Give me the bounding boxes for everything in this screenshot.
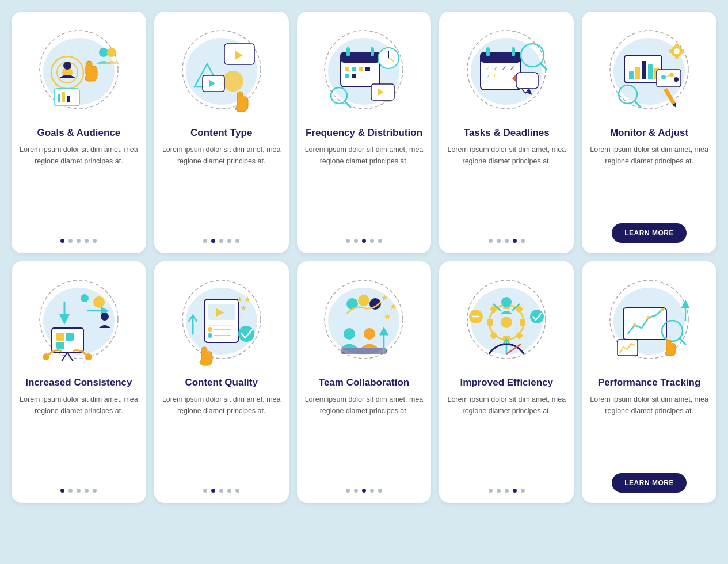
svg-rect-8 (58, 94, 60, 102)
dot-5 (521, 489, 525, 493)
dot-2 (497, 489, 501, 493)
svg-rect-66 (675, 54, 679, 59)
svg-line-89 (62, 352, 67, 361)
dot-4 (227, 239, 231, 243)
illustration-monitor-adjust (600, 21, 698, 119)
svg-rect-10 (67, 96, 70, 102)
dot-3 (505, 489, 509, 493)
card-frequency-distribution: Frequency & Distribution Lorem ipsum dol… (297, 12, 432, 253)
svg-point-146 (633, 323, 636, 327)
svg-text:★: ★ (384, 312, 391, 321)
card-title: Improved Efficiency (460, 376, 554, 388)
card-title: Goals & Audience (37, 127, 120, 139)
svg-text:✓: ✓ (486, 73, 490, 79)
dot-4 (513, 239, 517, 243)
card-body: Lorem ipsum dolor sit dim amet, mea regi… (590, 144, 708, 215)
svg-rect-123 (341, 348, 387, 354)
illustration-frequency-distribution (315, 21, 413, 119)
svg-rect-72 (642, 61, 646, 79)
dot-3 (77, 489, 81, 493)
dot-2 (354, 489, 358, 493)
dot-3 (362, 239, 366, 243)
svg-text:✓: ✓ (486, 65, 490, 71)
dot-4 (513, 489, 517, 493)
dot-5 (521, 239, 525, 243)
svg-rect-70 (629, 71, 634, 79)
pagination-dots (489, 239, 525, 243)
illustration-team-collaboration: ★ ★ ★ (315, 270, 413, 368)
dot-1 (346, 239, 350, 243)
card-title: Frequency & Distribution (306, 127, 422, 139)
svg-point-98 (101, 313, 109, 321)
card-title: Increased Consistency (25, 376, 132, 388)
pagination-dots (346, 239, 382, 243)
card-title: Content Quality (185, 376, 258, 388)
card-content-type: Content Type Lorem ipsum dolor sit dim a… (154, 12, 289, 253)
svg-rect-67 (669, 49, 674, 53)
illustration-goals-audience (30, 21, 128, 119)
card-body: Lorem ipsum dolor sit dim amet, mea regi… (162, 394, 281, 481)
card-body: Lorem ipsum dolor sit dim amet, mea regi… (20, 144, 138, 231)
learn-more-button[interactable]: LEARN MORE (612, 223, 687, 243)
dot-4 (85, 239, 89, 243)
card-tasks-deadlines: ✓ ✓ ✗ ✗ ✓ ! ! Tasks & (439, 12, 574, 253)
svg-point-77 (669, 73, 674, 77)
card-title: Content Type (190, 127, 252, 139)
dot-1 (60, 239, 64, 243)
dot-1 (203, 489, 207, 493)
svg-point-136 (501, 297, 512, 307)
pagination-dots (346, 489, 382, 493)
svg-point-78 (674, 77, 679, 82)
dot-1 (60, 489, 64, 493)
svg-rect-130 (487, 319, 493, 326)
card-body: Lorem ipsum dolor sit dim amet, mea regi… (447, 394, 566, 481)
card-body: Lorem ipsum dolor sit dim amet, mea regi… (305, 394, 424, 481)
learn-more-button-2[interactable]: LEARN MORE (612, 473, 687, 493)
card-body: Lorem ipsum dolor sit dim amet, mea regi… (162, 144, 281, 231)
svg-rect-151 (618, 340, 638, 356)
card-goals-audience: Goals & Audience Lorem ipsum dolor sit d… (12, 12, 146, 253)
svg-rect-31 (345, 74, 349, 78)
svg-point-96 (93, 296, 105, 308)
svg-rect-71 (635, 67, 640, 79)
card-monitor-adjust: Monitor & Adjust Lorem ipsum dolor sit d… (582, 12, 716, 253)
svg-rect-73 (648, 64, 653, 79)
card-content-quality: ★ ★ ★ Content Quality Lorem ipsum dolor … (154, 261, 289, 503)
svg-rect-9 (62, 92, 65, 102)
illustration-performance-tracking (600, 270, 698, 368)
dot-4 (370, 239, 374, 243)
dot-5 (378, 489, 382, 493)
illustration-tasks-deadlines: ✓ ✓ ✗ ✗ ✓ ! ! (458, 21, 555, 119)
dot-4 (85, 489, 89, 493)
svg-point-140 (530, 310, 544, 323)
svg-point-105 (208, 327, 212, 332)
dot-3 (362, 489, 366, 493)
svg-rect-58 (516, 73, 538, 89)
dot-2 (211, 489, 215, 493)
svg-text:★: ★ (381, 293, 388, 302)
dot-5 (235, 239, 239, 243)
svg-rect-91 (56, 333, 64, 341)
dot-2 (68, 489, 73, 493)
svg-rect-46 (512, 47, 515, 56)
svg-point-122 (364, 328, 375, 340)
dot-1 (489, 239, 493, 243)
card-body: Lorem ipsum dolor sit dim amet, mea regi… (305, 144, 424, 231)
svg-rect-92 (66, 333, 74, 341)
svg-point-107 (208, 333, 212, 338)
svg-text:!: ! (520, 78, 522, 84)
svg-point-11 (99, 48, 108, 57)
dot-3 (77, 239, 81, 243)
pagination-dots (60, 489, 97, 493)
svg-point-116 (358, 295, 369, 306)
dot-2 (497, 239, 501, 243)
svg-rect-93 (56, 342, 64, 349)
card-title: Tasks & Deadlines (464, 127, 550, 139)
illustration-content-quality: ★ ★ ★ (173, 270, 270, 368)
svg-rect-45 (486, 47, 490, 56)
svg-point-12 (107, 48, 116, 57)
card-performance-tracking: Performance Tracking Lorem ipsum dolor s… (582, 261, 716, 503)
svg-rect-25 (346, 47, 350, 56)
dot-1 (489, 489, 493, 493)
svg-text:★: ★ (244, 295, 251, 304)
